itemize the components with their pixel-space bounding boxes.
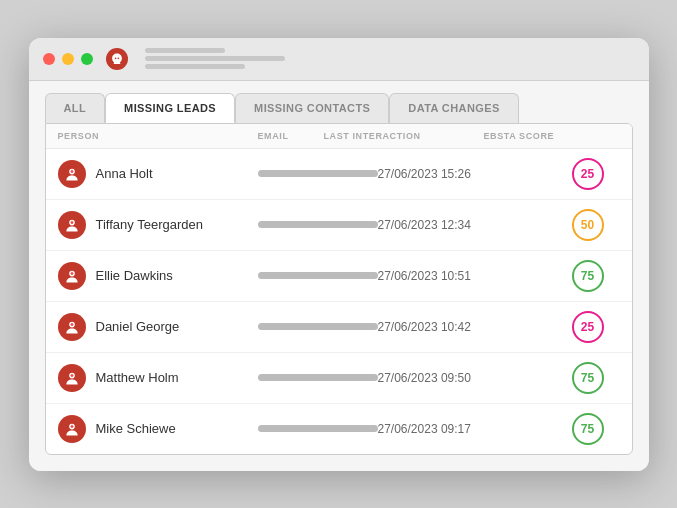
email-bar [258,170,378,177]
person-name: Mike Schiewe [96,421,176,436]
tab-bar: ALL MISSING LEADS MISSING CONTACTS DATA … [45,93,633,123]
logo-icon [110,52,124,66]
col-email: EMAIL [258,131,324,141]
table-row: Ellie Dawkins27/06/2023 10:5175 [46,251,632,302]
interaction-date: 27/06/2023 09:17 [378,422,538,436]
avatar [58,160,86,188]
ebsta-score-badge: 75 [572,260,604,292]
table-row: Matthew Holm27/06/2023 09:5075 [46,353,632,404]
email-cell [258,272,378,279]
email-bar [258,425,378,432]
svg-point-0 [114,57,116,59]
person-cell: Matthew Holm [58,364,258,392]
person-name: Daniel George [96,319,180,334]
avatar [58,262,86,290]
person-icon [64,319,80,335]
person-icon [64,217,80,233]
title-bar-decoration [145,48,635,69]
email-bar [258,272,378,279]
ebsta-score-badge: 75 [572,413,604,445]
table-row: Anna Holt27/06/2023 15:2625 [46,149,632,200]
tab-all[interactable]: ALL [45,93,106,123]
content-area: ALL MISSING LEADS MISSING CONTACTS DATA … [29,81,649,471]
person-cell: Mike Schiewe [58,415,258,443]
avatar [58,415,86,443]
tab-data-changes[interactable]: DATA CHANGES [389,93,518,123]
person-icon [64,370,80,386]
interaction-date: 27/06/2023 10:42 [378,320,538,334]
email-cell [258,170,378,177]
person-name: Matthew Holm [96,370,179,385]
main-window: ALL MISSING LEADS MISSING CONTACTS DATA … [29,38,649,471]
ebsta-score-badge: 50 [572,209,604,241]
email-cell [258,221,378,228]
person-name: Tiffany Teergarden [96,217,203,232]
close-button[interactable] [43,53,55,65]
svg-point-1 [117,57,119,59]
score-cell: 25 [538,311,632,343]
ebsta-score-badge: 25 [572,158,604,190]
title-bar [29,38,649,81]
app-logo [106,48,128,70]
email-cell [258,323,378,330]
svg-point-16 [70,374,72,376]
svg-point-10 [70,272,72,274]
tab-missing-contacts[interactable]: MISSING CONTACTS [235,93,389,123]
col-ebsta-score: EBSTA SCORE [484,131,584,141]
person-name: Ellie Dawkins [96,268,173,283]
email-cell [258,374,378,381]
score-cell: 50 [538,209,632,241]
person-icon [64,268,80,284]
table-body: Anna Holt27/06/2023 15:2625 Tiffany Teer… [46,149,632,454]
col-last-interaction: LAST INTERACTION [324,131,484,141]
svg-point-4 [70,170,72,172]
svg-point-19 [70,425,72,427]
data-table: PERSON EMAIL LAST INTERACTION EBSTA SCOR… [45,123,633,455]
col-action [584,131,620,141]
email-bar [258,221,378,228]
ebsta-score-badge: 25 [572,311,604,343]
col-person: PERSON [58,131,258,141]
score-cell: 75 [538,260,632,292]
email-bar [258,323,378,330]
tab-missing-leads[interactable]: MISSING LEADS [105,93,235,123]
email-cell [258,425,378,432]
svg-point-7 [70,221,72,223]
table-row: Tiffany Teergarden27/06/2023 12:3450 [46,200,632,251]
interaction-date: 27/06/2023 15:26 [378,167,538,181]
person-icon [64,166,80,182]
maximize-button[interactable] [81,53,93,65]
person-cell: Daniel George [58,313,258,341]
score-cell: 25 [538,158,632,190]
interaction-date: 27/06/2023 10:51 [378,269,538,283]
minimize-button[interactable] [62,53,74,65]
interaction-date: 27/06/2023 09:50 [378,371,538,385]
person-icon [64,421,80,437]
ebsta-score-badge: 75 [572,362,604,394]
score-cell: 75 [538,413,632,445]
email-bar [258,374,378,381]
avatar [58,364,86,392]
person-cell: Tiffany Teergarden [58,211,258,239]
table-row: Mike Schiewe27/06/2023 09:1775 [46,404,632,454]
table-header-row: PERSON EMAIL LAST INTERACTION EBSTA SCOR… [46,124,632,149]
avatar [58,313,86,341]
person-cell: Ellie Dawkins [58,262,258,290]
score-cell: 75 [538,362,632,394]
avatar [58,211,86,239]
interaction-date: 27/06/2023 12:34 [378,218,538,232]
table-row: Daniel George27/06/2023 10:4225 [46,302,632,353]
person-cell: Anna Holt [58,160,258,188]
person-name: Anna Holt [96,166,153,181]
svg-point-13 [70,323,72,325]
